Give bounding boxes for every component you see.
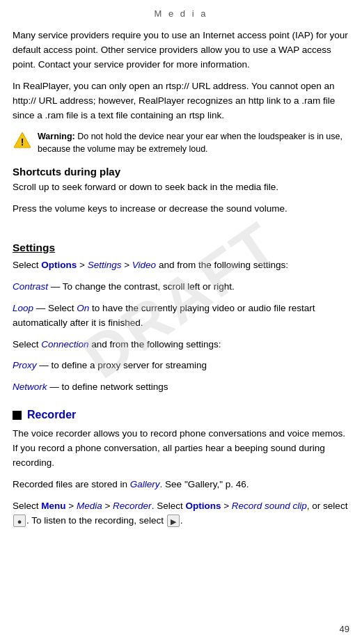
proxy-text: to define a proxy server for streaming	[52, 360, 207, 370]
proxy-line: Proxy — to define a proxy server for str…	[13, 359, 349, 373]
settings-link[interactable]: Settings	[88, 260, 122, 270]
intro-para1: Many service providers require you to us…	[13, 29, 349, 72]
recorder-record-sound-clip[interactable]: Record sound clip	[232, 501, 307, 511]
page-title: M e d i a	[13, 8, 349, 19]
loop-dash: —	[33, 303, 48, 313]
page-number: 49	[340, 624, 349, 634]
contrast-line: Contrast — To change the contrast, scrol…	[13, 280, 349, 294]
video-link[interactable]: Video	[132, 260, 156, 270]
recorder-recorder-link[interactable]: Recorder	[113, 501, 152, 511]
contrast-text: To change the contrast, scroll left or r…	[63, 281, 235, 292]
recorder-end: .	[180, 515, 183, 526]
recorder-para2: Recorded files are stored in Gallery. Se…	[13, 478, 349, 492]
recorder-menu[interactable]: Menu	[41, 501, 65, 511]
connection-pre: Select	[13, 339, 41, 350]
proxy-label: Proxy	[13, 360, 37, 370]
recorder-mid3: . Select	[152, 501, 186, 511]
recorder-mid1: >	[66, 501, 77, 511]
settings-intro-pre: Select	[13, 260, 41, 270]
network-label: Network	[13, 382, 47, 392]
recorder-options[interactable]: Options	[185, 501, 221, 511]
intro-para2: In RealPlayer, you can only open an rtsp…	[13, 79, 349, 123]
recorder-para3: Select Menu > Media > Recorder. Select O…	[13, 499, 349, 528]
settings-intro: Select Options > Settings > Video and fr…	[13, 258, 349, 273]
loop-on: On	[77, 303, 89, 313]
recorder-para2-pre: Recorded files are stored in	[13, 479, 130, 489]
settings-mid2: >	[121, 260, 132, 270]
loop-pre: Select	[48, 303, 77, 313]
recorder-para2-post: . See "Gallery," p. 46.	[160, 479, 249, 489]
warning-icon: !	[13, 131, 32, 150]
contrast-label: Contrast	[13, 281, 48, 292]
recorder-mid5: . To listen to the recording, select	[26, 515, 166, 526]
settings-heading: Settings	[13, 242, 349, 254]
recorder-square-icon	[13, 411, 22, 420]
recorder-para3-pre: Select	[13, 501, 41, 511]
proxy-dash: —	[37, 360, 52, 370]
record-button-icon: ●	[13, 515, 26, 527]
shortcuts-text2: Press the volume keys to increase or dec…	[13, 202, 349, 217]
settings-mid1: >	[77, 260, 87, 270]
shortcuts-heading: Shortcuts during play	[13, 166, 349, 178]
network-line: Network — to define network settings	[13, 380, 349, 395]
recorder-mid4: >	[221, 501, 231, 511]
page-container: DRAFT M e d i a Many service providers r…	[0, 0, 362, 644]
connection-post: and from the following settings:	[89, 339, 221, 350]
recorder-post: , or select	[307, 501, 348, 511]
connection-label[interactable]: Connection	[41, 339, 88, 350]
network-text: to define network settings	[62, 382, 168, 392]
connection-line: Select Connection and from the following…	[13, 338, 349, 352]
options-link[interactable]: Options	[41, 260, 77, 270]
recorder-mid2: >	[102, 501, 113, 511]
loop-line: Loop — Select On to have the currently p…	[13, 301, 349, 331]
recorder-gallery[interactable]: Gallery	[130, 479, 160, 489]
recorder-media[interactable]: Media	[77, 501, 102, 511]
network-dash: —	[47, 382, 62, 392]
play-button-icon: ▶	[167, 515, 180, 527]
warning-box: ! Warning: Do not hold the device near y…	[13, 130, 349, 157]
warning-label: Warning:	[38, 132, 75, 141]
recorder-para1: The voice recorder allows you to record …	[13, 427, 349, 471]
warning-text: Warning: Do not hold the device near you…	[38, 130, 349, 157]
shortcuts-text1: Scroll up to seek forward or down to see…	[13, 180, 349, 195]
recorder-section-header: Recorder	[13, 409, 349, 421]
settings-intro-post: and from the following settings:	[156, 260, 288, 270]
svg-text:!: !	[21, 136, 24, 148]
contrast-dash: —	[48, 281, 63, 292]
loop-label: Loop	[13, 303, 33, 313]
recorder-title: Recorder	[27, 409, 76, 421]
warning-body: Do not hold the device near your ear whe…	[38, 132, 343, 155]
